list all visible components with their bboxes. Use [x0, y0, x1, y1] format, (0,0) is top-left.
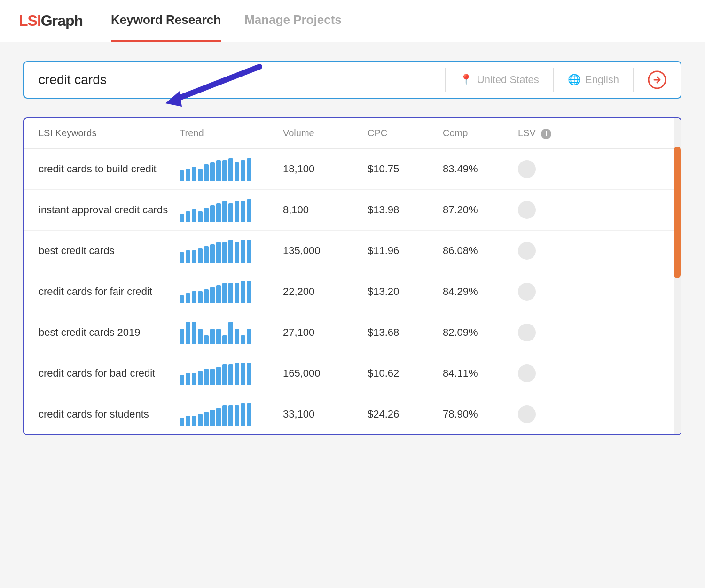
- logo-graph: Graph: [41, 12, 83, 30]
- search-button[interactable]: [634, 70, 681, 89]
- trend-bar: [247, 158, 251, 181]
- main-content: 📍 United States 🌐 English LSI Keywords T…: [0, 42, 705, 454]
- keyword-cell: instant approval credit cards: [39, 203, 180, 217]
- trend-bar: [222, 283, 227, 303]
- keyword-cell: credit cards for students: [39, 407, 180, 422]
- trend-cell: [180, 157, 283, 181]
- trend-bar: [186, 373, 190, 385]
- trend-bar: [198, 248, 203, 263]
- lsv-cell: [518, 324, 574, 341]
- cpc-cell: $24.26: [368, 408, 443, 420]
- tab-manage-projects[interactable]: Manage Projects: [244, 0, 342, 42]
- trend-bar: [222, 364, 227, 385]
- comp-cell: 82.09%: [443, 326, 518, 339]
- trend-bar: [204, 164, 209, 181]
- trend-bar: [198, 329, 203, 344]
- trend-bar: [241, 403, 245, 426]
- language-selector[interactable]: 🌐 English: [554, 74, 633, 86]
- nav-tabs: Keyword Research Manage Projects: [111, 0, 342, 42]
- trend-bar: [204, 335, 209, 344]
- trend-bar: [204, 289, 209, 303]
- nav-bar: LSI Graph Keyword Research Manage Projec…: [0, 0, 705, 42]
- lsv-circle: [518, 364, 536, 382]
- keyword-cell: credit cards to build credit: [39, 162, 180, 177]
- table-row[interactable]: instant approval credit cards8,100$13.98…: [24, 190, 681, 231]
- lsv-cell: [518, 201, 574, 219]
- trend-bar: [210, 205, 215, 222]
- trend-bar: [210, 244, 215, 263]
- tab-keyword-research[interactable]: Keyword Research: [111, 0, 221, 42]
- lsv-cell: [518, 160, 574, 178]
- trend-bar: [247, 199, 251, 222]
- header-cpc: CPC: [368, 128, 443, 139]
- trend-bar: [241, 240, 245, 263]
- lsv-circle: [518, 405, 536, 423]
- header-comp: Comp: [443, 128, 518, 139]
- trend-bar: [198, 291, 203, 303]
- trend-bar: [180, 295, 184, 303]
- lsv-circle: [518, 242, 536, 260]
- logo-lsi: LSI: [19, 12, 41, 30]
- trend-cell: [180, 402, 283, 426]
- search-bar: 📍 United States 🌐 English: [24, 61, 682, 99]
- table-row[interactable]: credit cards to build credit18,100$10.75…: [24, 149, 681, 190]
- trend-bar: [192, 373, 196, 385]
- cpc-cell: $13.68: [368, 326, 443, 339]
- lsv-info-icon[interactable]: i: [541, 129, 551, 139]
- trend-bar: [210, 329, 215, 344]
- trend-bar: [216, 160, 221, 181]
- trend-bar: [235, 363, 239, 385]
- trend-bar: [210, 287, 215, 303]
- header-volume: Volume: [283, 128, 368, 139]
- trend-bar: [228, 240, 233, 263]
- location-selector[interactable]: 📍 United States: [446, 74, 553, 86]
- lsv-cell: [518, 405, 574, 423]
- lsv-cell: [518, 242, 574, 260]
- search-input[interactable]: [24, 62, 445, 98]
- volume-cell: 8,100: [283, 204, 368, 216]
- trend-bar: [192, 209, 196, 222]
- trend-bar: [222, 405, 227, 426]
- trend-bar: [222, 201, 227, 222]
- trend-bar: [180, 375, 184, 385]
- table-row[interactable]: credit cards for fair credit22,200$13.20…: [24, 271, 681, 312]
- cpc-cell: $13.20: [368, 286, 443, 298]
- trend-bar: [228, 405, 233, 426]
- trend-bar: [228, 283, 233, 303]
- comp-cell: 84.11%: [443, 367, 518, 379]
- trend-bar: [180, 214, 184, 222]
- trend-bar: [204, 208, 209, 222]
- trend-bar: [204, 412, 209, 426]
- table-row[interactable]: credit cards for bad credit165,000$10.62…: [24, 353, 681, 394]
- header-lsv: LSV i: [518, 128, 574, 139]
- table-row[interactable]: best credit cards 201927,100$13.6882.09%: [24, 312, 681, 353]
- trend-bar: [186, 250, 190, 263]
- trend-bar: [228, 322, 233, 344]
- results-table: LSI Keywords Trend Volume CPC Comp LSV i…: [24, 117, 682, 435]
- trend-cell: [180, 362, 283, 385]
- trend-bar: [186, 211, 190, 222]
- trend-bar: [186, 416, 190, 426]
- volume-cell: 135,000: [283, 245, 368, 257]
- trend-bar: [235, 242, 239, 263]
- lsv-cell: [518, 364, 574, 382]
- table-row[interactable]: best credit cards135,000$11.9686.08%: [24, 231, 681, 271]
- comp-cell: 83.49%: [443, 163, 518, 175]
- trend-cell: [180, 280, 283, 303]
- trend-bar: [216, 242, 221, 263]
- trend-bar: [235, 405, 239, 426]
- trend-bar: [235, 329, 239, 344]
- cpc-cell: $10.62: [368, 367, 443, 379]
- trend-bar: [216, 408, 221, 426]
- lsv-circle: [518, 160, 536, 178]
- keyword-cell: best credit cards: [39, 244, 180, 258]
- lsv-circle: [518, 201, 536, 219]
- trend-bar: [198, 371, 203, 385]
- trend-bar: [235, 283, 239, 303]
- table-header: LSI Keywords Trend Volume CPC Comp LSV i: [24, 118, 681, 149]
- trend-bar: [235, 201, 239, 222]
- trend-bar: [216, 285, 221, 303]
- trend-bar: [180, 418, 184, 426]
- scrollbar-thumb[interactable]: [674, 147, 681, 278]
- table-row[interactable]: credit cards for students33,100$24.2678.…: [24, 394, 681, 434]
